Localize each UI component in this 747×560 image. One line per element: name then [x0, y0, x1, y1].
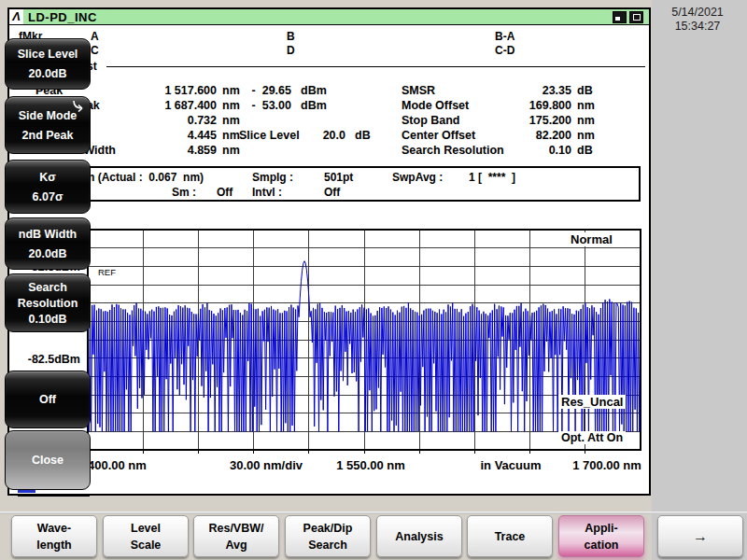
ref-level-label: REF [98, 267, 116, 277]
result-unit: nm [577, 129, 595, 142]
menu-label-2: Avg [194, 539, 278, 552]
menu-label: Wave- [12, 522, 96, 535]
brand-logo-icon: Λ [9, 9, 23, 24]
result-value: 0.10 [512, 144, 571, 157]
softkey-more-arrow-button[interactable]: → [657, 515, 743, 557]
res-uncal-badge: Res_Uncal [558, 395, 626, 409]
result-unit: nm [577, 99, 595, 112]
softkey-panel: 5/14/2021 15:34:27 [652, 0, 747, 560]
maximize-button[interactable] [629, 11, 643, 23]
menu-label-2: cation [559, 539, 643, 552]
result-label: Center Offset [402, 129, 475, 142]
softkey-slice-level[interactable]: Slice Level 20.0dB [5, 38, 91, 90]
trace-mode-label: Normal [568, 232, 615, 246]
result-value: 1 517.600 [131, 84, 217, 97]
interval-value: Off [324, 186, 340, 199]
spectrum-plot [87, 229, 641, 455]
result-value: 169.800 [512, 99, 571, 112]
result-level-unit: dBm [301, 84, 327, 97]
sweep-settings-box: Res : 0.07nm (Actual : 0.067 nm) Smplg :… [9, 166, 641, 202]
minimize-button[interactable] [613, 11, 627, 23]
softkey-side-mode[interactable]: Side Mode 2nd Peak [5, 96, 91, 154]
menu-peak-dip-search[interactable]: Peak/Dip Search [285, 515, 371, 557]
softkey-label: Search [6, 281, 90, 294]
slice-level-value: 20.0 [314, 129, 345, 142]
trace-legend-underline [18, 495, 90, 497]
result-level-unit: dBm [301, 99, 327, 112]
menu-label: Appli- [559, 522, 643, 535]
softkey-label: Slice Level [6, 48, 90, 61]
softkey-off[interactable]: Off [5, 371, 91, 428]
y-axis-label-mid: -82.5dBm [13, 353, 80, 366]
bottom-separator [0, 511, 747, 514]
menu-label-2: Scale [104, 539, 188, 552]
menu-res-vbw-avg[interactable]: Res/VBW/ Avg [193, 515, 279, 557]
result-value: 1 687.400 [131, 99, 217, 112]
menu-analysis[interactable]: Analysis [376, 515, 462, 557]
menu-label-2: length [12, 539, 96, 552]
result-label: Mode Offset [402, 99, 469, 112]
marker-cd-label: C-D [495, 44, 514, 57]
softkey-label: Kσ [6, 171, 90, 184]
slice-level-unit: dB [355, 129, 371, 142]
menu-label: Res/VBW/ [194, 522, 278, 535]
sampling-label: Smplg : [252, 171, 293, 184]
titlebar: Λ LD-PD_INC [9, 9, 649, 25]
result-unit: nm [222, 129, 240, 142]
menu-label-2: Search [286, 539, 370, 552]
minimize-icon [615, 17, 620, 21]
softkey-search-resolution[interactable]: Search Resolution 0.10dB [5, 273, 91, 332]
menu-level-scale[interactable]: Level Scale [103, 515, 189, 557]
slice-level-label: Slice Level [239, 129, 300, 142]
softkey-ndb-width[interactable]: ndB Width 20.0dB [5, 217, 91, 270]
softkey-label: Off [6, 393, 90, 406]
menu-label: Level [104, 522, 188, 535]
marker-a-label: A [91, 30, 99, 43]
menu-wavelength[interactable]: Wave- length [11, 515, 97, 557]
result-value: 23.35 [512, 84, 571, 97]
result-unit: dB [577, 84, 593, 97]
instrument-window: Λ LD-PD_INC fMkr A B B-A LMkr C D C-D DF… [7, 7, 651, 496]
menu-label: Trace [468, 530, 552, 543]
softkey-value: 2nd Peak [6, 129, 90, 142]
result-level: - 53.00 [233, 99, 291, 112]
softkey-k-sigma[interactable]: Kσ 6.07σ [5, 160, 91, 214]
menu-application[interactable]: Appli- cation [558, 515, 644, 557]
result-value: 82.200 [512, 129, 571, 142]
result-value: 175.200 [512, 114, 571, 127]
result-label: Stop Band [402, 114, 460, 127]
marker-b-label: B [287, 30, 295, 43]
x-axis-div-label: 30.00 nm/div [205, 458, 327, 472]
softkey-value: 0.10dB [6, 313, 90, 326]
time-label: 15:34:27 [652, 20, 743, 34]
softkey-value: 20.0dB [6, 67, 90, 80]
section-rule-right [106, 66, 645, 67]
mouse-cursor-icon [72, 101, 85, 112]
result-unit: dB [577, 144, 593, 157]
softkey-label: Close [6, 454, 90, 467]
maximize-icon [633, 14, 641, 21]
optical-att-badge: Opt. Att On [558, 431, 626, 444]
result-level: - 29.65 [233, 84, 291, 97]
sampling-value: 501pt [324, 171, 353, 184]
menu-label: Peak/Dip [286, 522, 370, 535]
result-value: 4.445 [131, 129, 217, 142]
right-arrow-icon: → [693, 528, 708, 545]
menu-label: Analysis [377, 530, 461, 543]
x-axis-center-label: 1 550.00 nm [310, 458, 431, 472]
window-title: LD-PD_INC [28, 10, 97, 24]
softkey-value: 6.07σ [6, 190, 90, 203]
result-unit: nm [222, 114, 240, 127]
softkey-value: 20.0dB [6, 247, 90, 260]
marker-c-label: C [91, 44, 99, 57]
smoothing-value: Off [217, 186, 233, 199]
menu-trace[interactable]: Trace [467, 515, 553, 557]
interval-label: Intvl : [252, 186, 282, 199]
softkey-close[interactable]: Close [5, 430, 91, 490]
date-label: 5/14/2021 [652, 6, 743, 20]
softkey-label: ndB Width [6, 228, 90, 241]
smoothing-label: Sm : [172, 186, 196, 199]
result-value: 4.859 [131, 144, 217, 157]
result-value: 0.732 [131, 114, 217, 127]
result-label: Search Resolution [402, 144, 504, 157]
